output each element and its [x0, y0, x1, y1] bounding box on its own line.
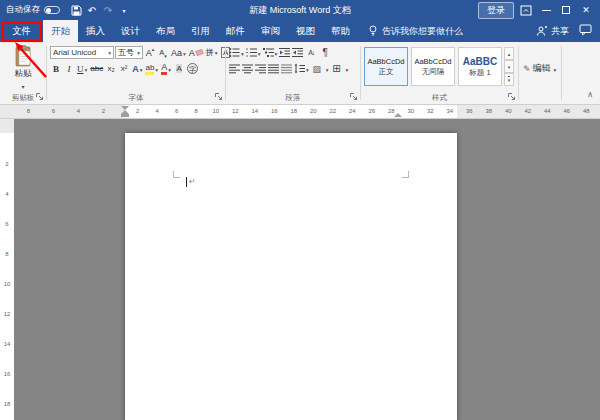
- minimize-button[interactable]: [538, 2, 554, 18]
- undo-icon[interactable]: [84, 2, 100, 18]
- underline-button[interactable]: U: [76, 62, 88, 76]
- scroll-up-icon[interactable]: [504, 47, 514, 60]
- tab-insert[interactable]: 插入: [78, 20, 113, 42]
- styles-gallery-scrollbar[interactable]: [504, 47, 514, 86]
- tab-mailings[interactable]: 邮件: [218, 20, 253, 42]
- strikethrough-button[interactable]: abc: [89, 62, 104, 76]
- phonetic-guide-button[interactable]: 拼: [205, 46, 219, 60]
- enclose-characters-button[interactable]: 字: [186, 62, 199, 76]
- shrink-font-button[interactable]: A: [157, 46, 169, 60]
- hanging-indent-marker[interactable]: [121, 110, 129, 117]
- horizontal-ruler[interactable]: 8642 24681012141618202224262830323436384…: [0, 105, 600, 119]
- style-normal[interactable]: AaBbCcDd 正文: [364, 47, 408, 86]
- text-cursor: [186, 177, 187, 187]
- numbering-button[interactable]: [246, 47, 261, 58]
- maximize-button[interactable]: [558, 2, 574, 18]
- align-left-button[interactable]: [229, 64, 240, 74]
- chevron-down-icon: [274, 48, 278, 58]
- ruler-number: 26: [362, 105, 382, 118]
- distribute-button[interactable]: [281, 64, 292, 74]
- share-button[interactable]: 共享: [536, 25, 569, 38]
- italic-button[interactable]: I: [63, 62, 75, 76]
- tab-references[interactable]: 引用: [183, 20, 218, 42]
- style-heading1[interactable]: AaBBC 标题 1: [458, 47, 502, 86]
- editing-button[interactable]: 编辑: [523, 62, 556, 75]
- chevron-down-icon: [345, 64, 349, 74]
- bold-button[interactable]: B: [50, 62, 62, 76]
- character-shading-button[interactable]: A: [173, 62, 185, 76]
- ribbon-display-options-icon[interactable]: [518, 2, 534, 18]
- highlight-color-button[interactable]: ab: [144, 62, 159, 76]
- collapse-ribbon-icon[interactable]: [587, 90, 593, 99]
- font-name-select[interactable]: Arial Unicod: [50, 46, 114, 59]
- style-preview: AaBbCcDd: [367, 57, 404, 66]
- tab-review[interactable]: 审阅: [253, 20, 288, 42]
- sign-in-button[interactable]: 登录: [478, 2, 514, 19]
- align-right-button[interactable]: [255, 64, 266, 74]
- superscript-button[interactable]: x²: [118, 62, 130, 76]
- lightbulb-icon: [368, 25, 378, 37]
- ruler-number: 4: [0, 179, 14, 209]
- tell-me-box[interactable]: 告诉我你想要做什么: [368, 20, 463, 42]
- scroll-down-icon[interactable]: [504, 60, 514, 73]
- ruler-number: 14: [0, 329, 14, 359]
- save-icon[interactable]: [68, 2, 84, 18]
- comment-button[interactable]: [579, 24, 592, 38]
- ruler-number: 2: [91, 105, 116, 118]
- shading-button[interactable]: [311, 62, 323, 76]
- document-area[interactable]: [14, 119, 600, 420]
- styles-dialog-launcher-icon[interactable]: [507, 92, 516, 101]
- increase-indent-button[interactable]: [292, 47, 303, 58]
- vertical-ruler[interactable]: 24681012141618: [0, 119, 14, 420]
- tab-file[interactable]: 文件: [0, 20, 43, 42]
- paste-dropdown-icon[interactable]: [21, 81, 24, 91]
- chevron-down-icon: [167, 64, 171, 74]
- clear-formatting-button[interactable]: A: [188, 46, 204, 60]
- tab-help[interactable]: 帮助: [323, 20, 358, 42]
- document-page[interactable]: [125, 133, 457, 420]
- decrease-indent-button[interactable]: [279, 47, 290, 58]
- quick-access-caret-icon[interactable]: [116, 2, 132, 18]
- ruler-number: 2: [0, 149, 14, 179]
- ruler-number: 22: [323, 105, 343, 118]
- style-no-spacing[interactable]: AaBbCcDd 无间隔: [411, 47, 455, 86]
- sort-button[interactable]: [305, 46, 317, 60]
- ruler-number: 12: [0, 299, 14, 329]
- ruler-number: 42: [518, 105, 538, 118]
- multilevel-list-button[interactable]: [263, 47, 278, 58]
- close-button[interactable]: [578, 2, 594, 18]
- chevron-down-icon: [154, 64, 158, 74]
- styles-group: AaBbCcDd 正文 AaBbCcDd 无间隔 AaBBC 标题 1 样式: [361, 42, 518, 104]
- text-effects-button[interactable]: A: [131, 62, 143, 76]
- right-indent-marker[interactable]: [394, 113, 402, 117]
- font-size-select[interactable]: 五号: [115, 46, 143, 59]
- paragraph-dialog-launcher-icon[interactable]: [349, 92, 358, 101]
- borders-button[interactable]: [331, 62, 343, 76]
- tab-layout[interactable]: 布局: [148, 20, 183, 42]
- tab-home[interactable]: 开始: [43, 20, 78, 42]
- redo-icon[interactable]: [100, 2, 116, 18]
- font-color-button[interactable]: A: [160, 62, 172, 76]
- tab-design[interactable]: 设计: [113, 20, 148, 42]
- styles-group-label: 样式: [361, 93, 518, 103]
- font-dialog-launcher-icon[interactable]: [214, 92, 223, 101]
- clipboard-dialog-launcher-icon[interactable]: [35, 92, 44, 101]
- ruler-number: 6: [167, 105, 187, 118]
- align-center-button[interactable]: [242, 64, 253, 74]
- justify-button[interactable]: [268, 64, 279, 74]
- ruler-number: 4: [148, 105, 168, 118]
- chevron-down-icon: [182, 48, 186, 58]
- line-spacing-button[interactable]: [294, 63, 309, 74]
- gallery-more-icon[interactable]: [504, 73, 514, 86]
- show-paragraph-marks-button[interactable]: [319, 46, 331, 60]
- tab-view[interactable]: 视图: [288, 20, 323, 42]
- style-preview: AaBBC: [463, 56, 497, 67]
- paste-button[interactable]: 粘贴: [6, 45, 40, 91]
- ruler-number: 38: [479, 105, 499, 118]
- bullets-button[interactable]: [229, 47, 244, 58]
- autosave-toggle[interactable]: [44, 6, 60, 14]
- subscript-button[interactable]: x₂: [105, 62, 117, 76]
- change-case-button[interactable]: Aa: [170, 46, 187, 60]
- grow-font-button[interactable]: A: [144, 46, 156, 60]
- ribbon-tab-bar: 文件 开始 插入 设计 布局 引用 邮件 审阅 视图 帮助 告诉我你想要做什么 …: [0, 20, 600, 42]
